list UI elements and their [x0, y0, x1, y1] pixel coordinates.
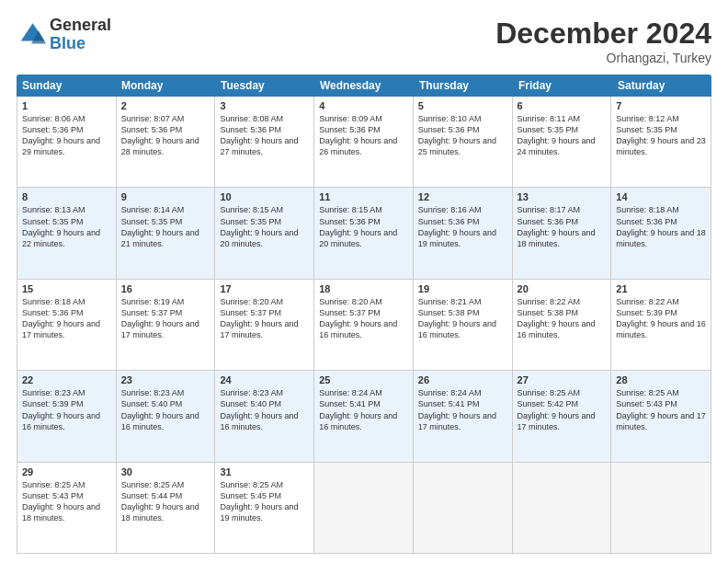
- calendar-week: 15Sunrise: 8:18 AM Sunset: 5:36 PM Dayli…: [17, 280, 711, 371]
- day-number: 18: [319, 283, 408, 294]
- cell-info: Sunrise: 8:20 AM Sunset: 5:37 PM Dayligh…: [319, 296, 408, 341]
- calendar-cell: 29Sunrise: 8:25 AM Sunset: 5:43 PM Dayli…: [17, 463, 117, 553]
- cell-info: Sunrise: 8:06 AM Sunset: 5:36 PM Dayligh…: [22, 113, 111, 158]
- cell-info: Sunrise: 8:13 AM Sunset: 5:35 PM Dayligh…: [22, 204, 111, 249]
- calendar-cell: 7Sunrise: 8:12 AM Sunset: 5:35 PM Daylig…: [611, 97, 711, 187]
- cell-info: Sunrise: 8:15 AM Sunset: 5:36 PM Dayligh…: [319, 204, 408, 249]
- day-number: 4: [319, 100, 408, 111]
- cell-info: Sunrise: 8:17 AM Sunset: 5:36 PM Dayligh…: [518, 204, 607, 249]
- cell-info: Sunrise: 8:07 AM Sunset: 5:36 PM Dayligh…: [121, 113, 210, 158]
- calendar-header-cell: Monday: [116, 75, 215, 97]
- cell-info: Sunrise: 8:23 AM Sunset: 5:39 PM Dayligh…: [22, 387, 111, 432]
- calendar-cell: 8Sunrise: 8:13 AM Sunset: 5:35 PM Daylig…: [17, 188, 117, 278]
- day-number: 31: [220, 466, 309, 477]
- calendar-cell: 25Sunrise: 8:24 AM Sunset: 5:41 PM Dayli…: [314, 371, 414, 461]
- day-number: 25: [319, 374, 408, 385]
- day-number: 21: [616, 283, 706, 294]
- calendar-header-cell: Sunday: [17, 75, 116, 97]
- cell-info: Sunrise: 8:25 AM Sunset: 5:42 PM Dayligh…: [518, 387, 607, 432]
- cell-info: Sunrise: 8:23 AM Sunset: 5:40 PM Dayligh…: [121, 387, 210, 432]
- calendar-cell: 2Sunrise: 8:07 AM Sunset: 5:36 PM Daylig…: [117, 97, 216, 187]
- calendar-header-cell: Wednesday: [314, 75, 414, 97]
- day-number: 8: [22, 191, 111, 202]
- cell-info: Sunrise: 8:18 AM Sunset: 5:36 PM Dayligh…: [616, 204, 706, 249]
- cell-info: Sunrise: 8:25 AM Sunset: 5:44 PM Dayligh…: [121, 479, 210, 524]
- calendar-cell: 12Sunrise: 8:16 AM Sunset: 5:36 PM Dayli…: [414, 188, 513, 278]
- calendar: SundayMondayTuesdayWednesdayThursdayFrid…: [17, 75, 711, 554]
- calendar-cell: [611, 463, 711, 553]
- calendar-cell: 19Sunrise: 8:21 AM Sunset: 5:38 PM Dayli…: [414, 280, 513, 370]
- day-number: 1: [22, 100, 111, 111]
- cell-info: Sunrise: 8:12 AM Sunset: 5:35 PM Dayligh…: [616, 113, 706, 158]
- cell-info: Sunrise: 8:25 AM Sunset: 5:45 PM Dayligh…: [220, 479, 309, 524]
- day-number: 7: [616, 100, 706, 111]
- logo-text: General Blue: [50, 17, 111, 53]
- calendar-cell: 5Sunrise: 8:10 AM Sunset: 5:36 PM Daylig…: [414, 97, 513, 187]
- calendar-week: 1Sunrise: 8:06 AM Sunset: 5:36 PM Daylig…: [17, 97, 711, 188]
- calendar-cell: [314, 463, 414, 553]
- day-number: 10: [220, 191, 309, 202]
- calendar-week: 22Sunrise: 8:23 AM Sunset: 5:39 PM Dayli…: [17, 371, 711, 462]
- calendar-cell: 23Sunrise: 8:23 AM Sunset: 5:40 PM Dayli…: [117, 371, 216, 461]
- logo-blue: Blue: [50, 35, 111, 53]
- cell-info: Sunrise: 8:22 AM Sunset: 5:39 PM Dayligh…: [616, 296, 706, 341]
- day-number: 30: [121, 466, 210, 477]
- cell-info: Sunrise: 8:18 AM Sunset: 5:36 PM Dayligh…: [22, 296, 111, 341]
- cell-info: Sunrise: 8:14 AM Sunset: 5:35 PM Dayligh…: [121, 204, 210, 249]
- calendar-cell: 17Sunrise: 8:20 AM Sunset: 5:37 PM Dayli…: [215, 280, 314, 370]
- calendar-header-cell: Saturday: [612, 75, 711, 97]
- cell-info: Sunrise: 8:24 AM Sunset: 5:41 PM Dayligh…: [319, 387, 408, 432]
- day-number: 12: [418, 191, 507, 202]
- calendar-cell: 10Sunrise: 8:15 AM Sunset: 5:35 PM Dayli…: [215, 188, 314, 278]
- calendar-cell: 18Sunrise: 8:20 AM Sunset: 5:37 PM Dayli…: [314, 280, 414, 370]
- calendar-cell: [414, 463, 513, 553]
- calendar-cell: 20Sunrise: 8:22 AM Sunset: 5:38 PM Dayli…: [513, 280, 612, 370]
- cell-info: Sunrise: 8:15 AM Sunset: 5:35 PM Dayligh…: [220, 204, 309, 249]
- calendar-cell: 24Sunrise: 8:23 AM Sunset: 5:40 PM Dayli…: [215, 371, 314, 461]
- calendar-cell: 27Sunrise: 8:25 AM Sunset: 5:42 PM Dayli…: [513, 371, 612, 461]
- cell-info: Sunrise: 8:08 AM Sunset: 5:36 PM Dayligh…: [220, 113, 309, 158]
- day-number: 14: [616, 191, 706, 202]
- day-number: 13: [518, 191, 607, 202]
- day-number: 2: [121, 100, 210, 111]
- day-number: 11: [319, 191, 408, 202]
- main-title: December 2024: [495, 17, 711, 51]
- day-number: 22: [22, 374, 111, 385]
- calendar-cell: 28Sunrise: 8:25 AM Sunset: 5:43 PM Dayli…: [611, 371, 711, 461]
- day-number: 9: [121, 191, 210, 202]
- day-number: 23: [121, 374, 210, 385]
- day-number: 20: [518, 283, 607, 294]
- cell-info: Sunrise: 8:10 AM Sunset: 5:36 PM Dayligh…: [418, 113, 507, 158]
- calendar-cell: 16Sunrise: 8:19 AM Sunset: 5:37 PM Dayli…: [117, 280, 216, 370]
- calendar-cell: 15Sunrise: 8:18 AM Sunset: 5:36 PM Dayli…: [17, 280, 117, 370]
- day-number: 19: [418, 283, 507, 294]
- cell-info: Sunrise: 8:25 AM Sunset: 5:43 PM Dayligh…: [22, 479, 111, 524]
- calendar-cell: 3Sunrise: 8:08 AM Sunset: 5:36 PM Daylig…: [215, 97, 314, 187]
- day-number: 29: [22, 466, 111, 477]
- calendar-cell: 22Sunrise: 8:23 AM Sunset: 5:39 PM Dayli…: [17, 371, 117, 461]
- calendar-header-cell: Tuesday: [215, 75, 314, 97]
- title-block: December 2024 Orhangazi, Turkey: [495, 17, 711, 65]
- day-number: 16: [121, 283, 210, 294]
- calendar-header-cell: Friday: [513, 75, 612, 97]
- calendar-cell: 4Sunrise: 8:09 AM Sunset: 5:36 PM Daylig…: [314, 97, 414, 187]
- calendar-cell: 9Sunrise: 8:14 AM Sunset: 5:35 PM Daylig…: [117, 188, 216, 278]
- day-number: 15: [22, 283, 111, 294]
- day-number: 3: [220, 100, 309, 111]
- calendar-cell: 1Sunrise: 8:06 AM Sunset: 5:36 PM Daylig…: [17, 97, 117, 187]
- cell-info: Sunrise: 8:19 AM Sunset: 5:37 PM Dayligh…: [121, 296, 210, 341]
- cell-info: Sunrise: 8:25 AM Sunset: 5:43 PM Dayligh…: [616, 387, 706, 432]
- cell-info: Sunrise: 8:22 AM Sunset: 5:38 PM Dayligh…: [518, 296, 607, 341]
- calendar-cell: 31Sunrise: 8:25 AM Sunset: 5:45 PM Dayli…: [215, 463, 314, 553]
- calendar-cell: 30Sunrise: 8:25 AM Sunset: 5:44 PM Dayli…: [117, 463, 216, 553]
- cell-info: Sunrise: 8:23 AM Sunset: 5:40 PM Dayligh…: [220, 387, 309, 432]
- day-number: 26: [418, 374, 507, 385]
- day-number: 24: [220, 374, 309, 385]
- calendar-cell: 14Sunrise: 8:18 AM Sunset: 5:36 PM Dayli…: [611, 188, 711, 278]
- calendar-cell: 13Sunrise: 8:17 AM Sunset: 5:36 PM Dayli…: [513, 188, 612, 278]
- cell-info: Sunrise: 8:20 AM Sunset: 5:37 PM Dayligh…: [220, 296, 309, 341]
- cell-info: Sunrise: 8:24 AM Sunset: 5:41 PM Dayligh…: [418, 387, 507, 432]
- calendar-cell: 6Sunrise: 8:11 AM Sunset: 5:35 PM Daylig…: [513, 97, 612, 187]
- calendar-cell: 26Sunrise: 8:24 AM Sunset: 5:41 PM Dayli…: [414, 371, 513, 461]
- logo: General Blue: [17, 17, 111, 53]
